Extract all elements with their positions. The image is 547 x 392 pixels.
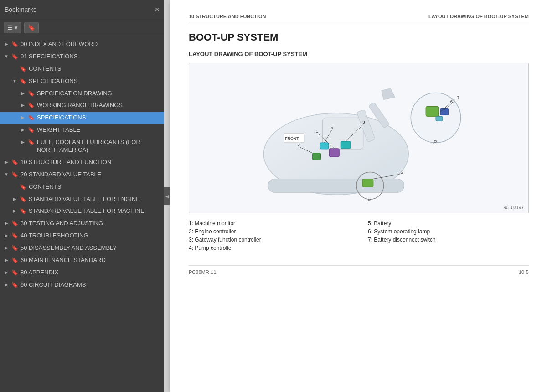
footer-right: 10-5 [519, 269, 529, 275]
svg-text:1: 1 [316, 129, 319, 134]
bookmark-item-item-01[interactable]: ▼🔖01 SPECIFICATIONS [0, 51, 164, 63]
expand-icon[interactable]: ▶ [3, 159, 10, 165]
expand-icon[interactable]: ▶ [19, 127, 26, 133]
expand-icon[interactable]: ▶ [3, 232, 10, 238]
svg-rect-7 [313, 153, 321, 160]
svg-text:4: 4 [330, 125, 333, 130]
bookmark-icon: 🔖 [27, 127, 35, 134]
bookmark-label: 50 DISASSEMBLY AND ASSEMBLY [21, 244, 161, 252]
bookmark-label: STANDARD VALUE TABLE FOR ENGINE [29, 196, 161, 203]
expand-icon[interactable]: ▶ [11, 196, 18, 202]
bookmark-icon: 🔖 [11, 257, 18, 264]
bookmark-item-item-80[interactable]: ▶🔖80 APPENDIX [0, 267, 164, 279]
bookmark-label: 30 TESTING AND ADJUSTING [21, 220, 161, 227]
page-header-left: 10 STRUCTURE AND FUNCTION [189, 14, 266, 19]
expand-icon[interactable]: ▶ [19, 90, 26, 96]
bookmark-icon: 🔖 [11, 41, 18, 48]
bookmark-item-item-01-spec-drawing[interactable]: ▶🔖SPECIFICATION DRAWING [0, 88, 164, 100]
legend-item [368, 244, 529, 252]
page-header: 10 STRUCTURE AND FUNCTION LAYOUT DRAWING… [189, 14, 529, 22]
expand-icon[interactable]: ▶ [3, 245, 10, 251]
bookmark-icon: 🔖 [11, 282, 18, 289]
bookmark-label: 80 APPENDIX [21, 269, 161, 277]
bookmark-icon: 🔖 [11, 269, 18, 277]
svg-rect-17 [362, 179, 373, 187]
legend-item: 7: Battery disconnect switch [368, 236, 529, 243]
bookmark-label: WEIGHT TABLE [37, 126, 161, 134]
bookmark-item-item-40[interactable]: ▶🔖40 TROUBLESHOOTING [0, 230, 164, 242]
expand-icon[interactable]: ▼ [3, 171, 10, 177]
svg-marker-5 [382, 88, 395, 100]
bookmark-item-item-01-specs[interactable]: ▼🔖SPECIFICATIONS [0, 75, 164, 88]
expand-icon[interactable]: ▶ [3, 257, 10, 263]
expand-icon[interactable]: ▶ [3, 41, 10, 47]
bookmark-item-item-01-fuel[interactable]: ▶🔖FUEL, COOLANT, LUBRICANTS (FOR NORTH A… [0, 136, 164, 156]
bookmark-label: SPECIFICATIONS [29, 77, 161, 85]
bookmark-label: 60 MAINTENANCE STANDARD [21, 257, 161, 264]
expand-icon[interactable]: ▶ [3, 282, 10, 288]
bookmark-button[interactable]: 🔖 [24, 22, 39, 33]
document-page: 10 STRUCTURE AND FUNCTION LAYOUT DRAWING… [170, 0, 547, 392]
legend-item: 3: Gateway function controller [189, 236, 350, 243]
page-footer: PC88MR-11 10-5 [189, 265, 529, 275]
bookmark-icon: 🔖 [11, 171, 18, 179]
bookmark-icon: 🔖 [27, 90, 35, 98]
bookmark-item-item-01-specifications[interactable]: ▶🔖SPECIFICATIONS [0, 112, 164, 124]
bookmark-label: 01 SPECIFICATIONS [21, 53, 161, 61]
expand-icon[interactable]: ▶ [19, 139, 26, 145]
legend-item: 1: Machine monitor [189, 220, 350, 227]
bookmark-icon: 🔖 [11, 53, 18, 61]
bookmark-label: SPECIFICATION DRAWING [37, 90, 161, 98]
bookmark-icon: 🔖 [19, 208, 26, 215]
svg-text:2: 2 [298, 142, 300, 147]
expand-icon[interactable]: ▼ [11, 78, 18, 84]
page-header-right: LAYOUT DRAWING OF BOOT-UP SYSTEM [428, 14, 529, 19]
svg-rect-8 [341, 141, 351, 149]
footer-left: PC88MR-11 [189, 269, 217, 275]
expand-icon[interactable]: ▶ [19, 102, 26, 108]
bookmark-icon: 🔖 [19, 184, 26, 191]
svg-text:FRONT: FRONT [285, 136, 299, 141]
svg-text:5: 5 [400, 170, 403, 175]
expand-icon[interactable]: ▶ [11, 208, 18, 214]
legend-item: 2: Engine controller [189, 228, 350, 235]
bookmark-label: 20 STANDARD VALUE TABLE [21, 171, 161, 179]
expand-icon[interactable]: ▶ [3, 269, 10, 275]
collapse-handle[interactable]: ◀ [164, 187, 170, 205]
bookmark-icon: 🔖 [27, 139, 35, 146]
bookmark-icon: 🔖 [19, 66, 26, 73]
sidebar-toolbar: ☰ ▾ 🔖 [0, 19, 164, 36]
bookmark-item-item-60[interactable]: ▶🔖60 MAINTENANCE STANDARD [0, 254, 164, 267]
view-options-button[interactable]: ☰ ▾ [4, 22, 21, 33]
bookmark-icon: 🔖 [11, 245, 18, 252]
svg-text:7: 7 [457, 95, 460, 100]
bookmark-item-item-00[interactable]: ▶🔖00 INDEX AND FOREWORD [0, 38, 164, 51]
bookmark-item-item-50[interactable]: ▶🔖50 DISASSEMBLY AND ASSEMBLY [0, 242, 164, 254]
doc-title: BOOT-UP SYSTEM [189, 31, 529, 43]
legend-item: 6: System operating lamp [368, 228, 529, 235]
close-button[interactable]: × [155, 5, 160, 14]
bookmark-label: 10 STRUCTURE AND FUNCTION [21, 159, 161, 166]
bookmark-icon: 🔖 [19, 78, 26, 85]
bookmark-icon: 🔖 [19, 196, 26, 203]
expand-icon[interactable]: ▼ [3, 53, 10, 59]
bookmark-icon: 🔖 [11, 232, 18, 240]
bookmark-item-item-20-svt-engine[interactable]: ▶🔖STANDARD VALUE TABLE FOR ENGINE [0, 193, 164, 206]
bookmark-label: CONTENTS [29, 183, 161, 191]
svg-rect-6 [329, 149, 339, 157]
svg-text:3: 3 [362, 119, 365, 124]
expand-icon[interactable]: ▶ [19, 114, 26, 120]
bookmark-label: 40 TROUBLESHOOTING [21, 232, 161, 240]
bookmark-icon: 🔖 [27, 102, 35, 109]
expand-icon[interactable]: ▶ [3, 220, 10, 226]
bookmark-label: CONTENTS [29, 65, 161, 73]
bookmark-item-item-30[interactable]: ▶🔖30 TESTING AND ADJUSTING [0, 217, 164, 230]
bookmark-item-item-10[interactable]: ▶🔖10 STRUCTURE AND FUNCTION [0, 156, 164, 169]
bookmark-item-item-20-contents[interactable]: 🔖CONTENTS [0, 181, 164, 193]
bookmark-item-item-01-weight[interactable]: ▶🔖WEIGHT TABLE [0, 124, 164, 136]
bookmark-item-item-01-contents[interactable]: 🔖CONTENTS [0, 63, 164, 75]
bookmark-item-item-20[interactable]: ▼🔖20 STANDARD VALUE TABLE [0, 169, 164, 181]
bookmark-item-item-20-svt-machine[interactable]: ▶🔖STANDARD VALUE TABLE FOR MACHINE [0, 205, 164, 217]
bookmark-item-item-01-working-range[interactable]: ▶🔖WORKING RANGE DRAWINGS [0, 99, 164, 112]
bookmark-item-item-90[interactable]: ▶🔖90 CIRCUIT DIAGRAMS [0, 279, 164, 291]
